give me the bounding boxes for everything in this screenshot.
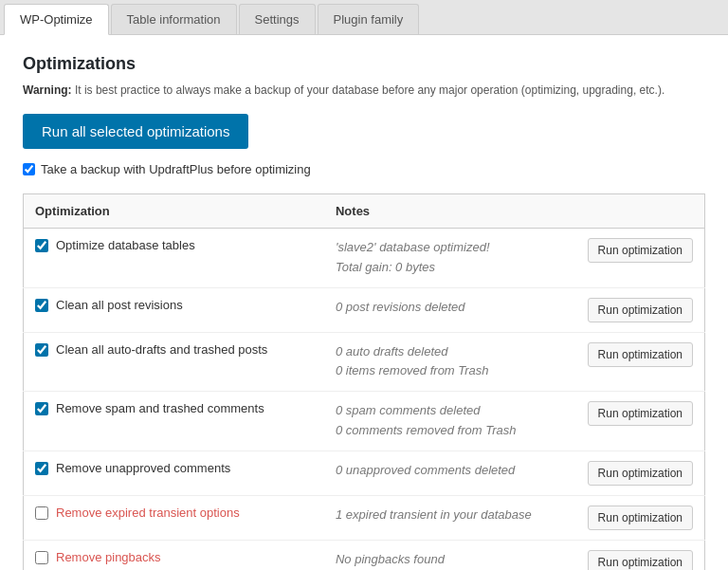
- opt-checkbox-clean-auto-drafts[interactable]: [35, 343, 48, 357]
- opt-notes-remove-pingbacks: No pingbacks found: [324, 540, 576, 570]
- backup-checkbox-label[interactable]: Take a backup with UpdraftPlus before op…: [41, 162, 311, 176]
- table-row: Clean all post revisions0 post revisions…: [24, 287, 705, 332]
- run-opt-button-clean-auto-drafts[interactable]: Run optimization: [588, 342, 693, 367]
- table-row: Remove unapproved comments0 unapproved c…: [24, 450, 705, 495]
- tab-plugin-family[interactable]: Plugin family: [318, 4, 420, 34]
- run-opt-button-optimize-db-tables[interactable]: Run optimization: [588, 238, 693, 263]
- opt-notes-clean-post-revisions: 0 post revisions deleted: [324, 287, 576, 332]
- opt-label-remove-unapproved-comments: Remove unapproved comments: [56, 461, 230, 475]
- table-row: Optimize database tables'slave2' databas…: [24, 229, 705, 288]
- run-all-button[interactable]: Run all selected optimizations: [23, 114, 248, 149]
- opt-checkbox-clean-post-revisions[interactable]: [35, 299, 48, 312]
- opt-label-clean-auto-drafts: Clean all auto-drafts and trashed posts: [56, 342, 267, 357]
- optimizations-table: Optimization Notes Optimize database tab…: [23, 193, 705, 570]
- opt-checkbox-remove-pingbacks[interactable]: [35, 551, 48, 564]
- run-opt-button-remove-expired-transients[interactable]: Run optimization: [588, 506, 693, 530]
- table-row: Clean all auto-drafts and trashed posts0…: [24, 332, 705, 392]
- run-opt-button-remove-unapproved-comments[interactable]: Run optimization: [588, 461, 693, 486]
- opt-label-remove-spam-comments: Remove spam and trashed comments: [56, 401, 264, 415]
- opt-notes-optimize-db-tables: 'slave2' database optimized!Total gain: …: [324, 229, 576, 288]
- col-header-action: [576, 194, 705, 229]
- table-row: Remove expired transient options1 expire…: [24, 495, 705, 540]
- table-header-row: Optimization Notes: [24, 194, 705, 229]
- col-header-optimization: Optimization: [24, 194, 324, 229]
- run-opt-button-remove-spam-comments[interactable]: Run optimization: [588, 401, 693, 426]
- opt-label-remove-pingbacks: Remove pingbacks: [56, 550, 161, 564]
- table-row: Remove spam and trashed comments0 spam c…: [24, 392, 705, 451]
- opt-checkbox-optimize-db-tables[interactable]: [35, 239, 48, 252]
- tab-wp-optimize[interactable]: WP-Optimize: [4, 4, 109, 35]
- tab-table-information[interactable]: Table information: [111, 4, 237, 34]
- opt-checkbox-remove-unapproved-comments[interactable]: [35, 462, 48, 475]
- backup-checkbox[interactable]: [23, 163, 35, 175]
- tab-bar: WP-Optimize Table information Settings P…: [0, 0, 728, 35]
- section-title: Optimizations: [23, 54, 705, 74]
- opt-notes-clean-auto-drafts: 0 auto drafts deleted0 items removed fro…: [324, 332, 576, 392]
- col-header-notes: Notes: [324, 194, 576, 229]
- warning-prefix: Warning:: [23, 83, 72, 97]
- opt-label-remove-expired-transients: Remove expired transient options: [56, 506, 240, 520]
- table-row: Remove pingbacksNo pingbacks foundRun op…: [24, 540, 705, 570]
- opt-label-optimize-db-tables: Optimize database tables: [56, 238, 195, 252]
- opt-notes-remove-unapproved-comments: 0 unapproved comments deleted: [324, 450, 576, 495]
- main-content: Optimizations Warning: It is best practi…: [0, 35, 728, 570]
- run-opt-button-remove-pingbacks[interactable]: Run optimization: [588, 550, 693, 570]
- opt-checkbox-remove-spam-comments[interactable]: [35, 402, 48, 415]
- opt-notes-remove-expired-transients: 1 expired transient in your database: [324, 495, 576, 540]
- tab-settings[interactable]: Settings: [239, 4, 316, 34]
- opt-checkbox-remove-expired-transients[interactable]: [35, 506, 48, 520]
- backup-checkbox-row: Take a backup with UpdraftPlus before op…: [23, 162, 705, 176]
- opt-label-clean-post-revisions: Clean all post revisions: [56, 298, 183, 312]
- warning-body: It is best practice to always make a bac…: [75, 83, 664, 97]
- run-opt-button-clean-post-revisions[interactable]: Run optimization: [588, 298, 693, 322]
- warning-text: Warning: It is best practice to always m…: [23, 82, 705, 99]
- opt-notes-remove-spam-comments: 0 spam comments deleted0 comments remove…: [324, 392, 576, 451]
